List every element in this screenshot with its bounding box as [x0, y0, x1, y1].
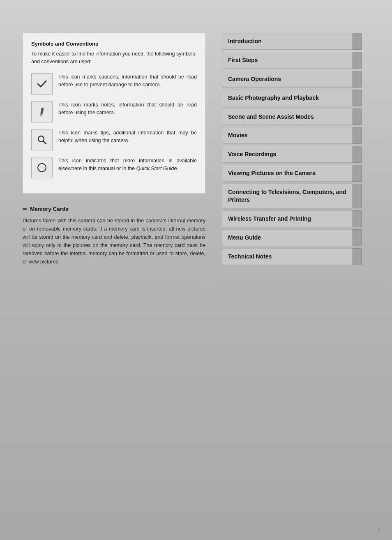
- icon-description: This icon marks cautions, information th…: [58, 73, 197, 89]
- toc-tab: [353, 248, 362, 265]
- toc-label: First Steps: [222, 52, 353, 69]
- toc-tab: [353, 71, 362, 88]
- svg-line-3: [43, 141, 46, 144]
- symbols-section: Symbols and Conventions To make it easie…: [23, 33, 205, 194]
- icon-rows: This icon marks cautions, information th…: [31, 73, 197, 178]
- toc-item[interactable]: Viewing Pictures on the Camera: [222, 165, 362, 182]
- toc-label: Viewing Pictures on the Camera: [222, 165, 353, 182]
- toc-item[interactable]: Scene and Scene Assist Modes: [222, 108, 362, 125]
- toc-label: Basic Photography and Playback: [222, 90, 353, 106]
- icon-row: This icon marks tips, additional informa…: [31, 129, 197, 150]
- toc-item[interactable]: Wireless Transfer and Printing: [222, 210, 362, 227]
- icon-symbol-box: →: [31, 157, 53, 178]
- icon-row: This icon marks cautions, information th…: [31, 73, 197, 95]
- icon-symbol-box: [31, 101, 53, 122]
- toc-tab: [353, 229, 362, 246]
- toc-item[interactable]: Introduction: [222, 33, 362, 50]
- toc-tab: [353, 146, 362, 163]
- toc-item[interactable]: Basic Photography and Playback: [222, 90, 362, 106]
- memory-title-text: Memory Cards: [30, 206, 69, 212]
- symbols-intro: To make it easier to find the informatio…: [31, 50, 197, 66]
- toc-tab: [353, 33, 362, 50]
- toc-label-text: Connecting to Televisions, Computers, an…: [228, 188, 346, 204]
- memory-title: ✏ Memory Cards: [23, 206, 205, 212]
- icon-row: This icon marks notes, information that …: [31, 101, 197, 122]
- icon-symbol-box: [31, 129, 53, 150]
- toc-item[interactable]: First Steps: [222, 52, 362, 69]
- svg-rect-0: [40, 107, 44, 114]
- memory-note-icon: ✏: [23, 206, 28, 212]
- toc-list: IntroductionFirst StepsCamera Operations…: [222, 33, 362, 267]
- toc-item[interactable]: Voice Recordings: [222, 146, 362, 163]
- memory-text: Pictures taken with this camera can be s…: [23, 217, 205, 266]
- icon-description: This icon marks notes, information that …: [58, 101, 197, 117]
- toc-column: IntroductionFirst StepsCamera Operations…: [218, 33, 370, 524]
- toc-tab: [353, 127, 362, 144]
- icon-description: This icon indicates that more informatio…: [58, 157, 197, 173]
- toc-label-text: Scene and Scene Assist Modes: [228, 113, 314, 121]
- toc-item[interactable]: Camera Operations: [222, 71, 362, 88]
- toc-label-text: Voice Recordings: [228, 150, 276, 158]
- toc-label: Wireless Transfer and Printing: [222, 210, 353, 227]
- toc-label-text: Technical Notes: [228, 253, 272, 261]
- toc-item[interactable]: Menu Guide: [222, 229, 362, 246]
- toc-item[interactable]: Technical Notes: [222, 248, 362, 265]
- toc-label-text: Movies: [228, 132, 247, 139]
- toc-item[interactable]: Movies: [222, 127, 362, 144]
- toc-label: Scene and Scene Assist Modes: [222, 108, 353, 125]
- toc-label: Voice Recordings: [222, 146, 353, 163]
- symbols-title: Symbols and Conventions: [31, 41, 197, 47]
- memory-cards-section: ✏ Memory Cards Pictures taken with this …: [23, 206, 205, 266]
- icon-row: →This icon indicates that more informati…: [31, 157, 197, 178]
- toc-label: Camera Operations: [222, 71, 353, 88]
- toc-label: Connecting to Televisions, Computers, an…: [222, 184, 353, 208]
- toc-label: Menu Guide: [222, 229, 353, 246]
- toc-label: Movies: [222, 127, 353, 144]
- toc-label-text: Wireless Transfer and Printing: [228, 215, 311, 223]
- toc-tab: [353, 108, 362, 125]
- toc-label: Technical Notes: [222, 248, 353, 265]
- toc-tab: [353, 184, 362, 208]
- toc-tab: [353, 52, 362, 69]
- toc-label-text: First Steps: [228, 56, 258, 64]
- toc-item[interactable]: Connecting to Televisions, Computers, an…: [222, 184, 362, 208]
- toc-tab: [353, 210, 362, 227]
- toc-label: Introduction: [222, 33, 353, 50]
- icon-description: This icon marks tips, additional informa…: [58, 129, 197, 145]
- left-column: Symbols and Conventions To make it easie…: [0, 33, 218, 524]
- toc-label-text: Menu Guide: [228, 234, 261, 242]
- svg-text:→: →: [39, 164, 45, 171]
- toc-label-text: Introduction: [228, 37, 262, 45]
- page-number: i: [378, 526, 380, 533]
- toc-label-text: Camera Operations: [228, 75, 281, 83]
- toc-label-text: Basic Photography and Playback: [228, 94, 319, 102]
- toc-label-text: Viewing Pictures on the Camera: [228, 169, 316, 177]
- icon-symbol-box: [31, 73, 53, 95]
- toc-tab: [353, 90, 362, 106]
- toc-tab: [353, 165, 362, 182]
